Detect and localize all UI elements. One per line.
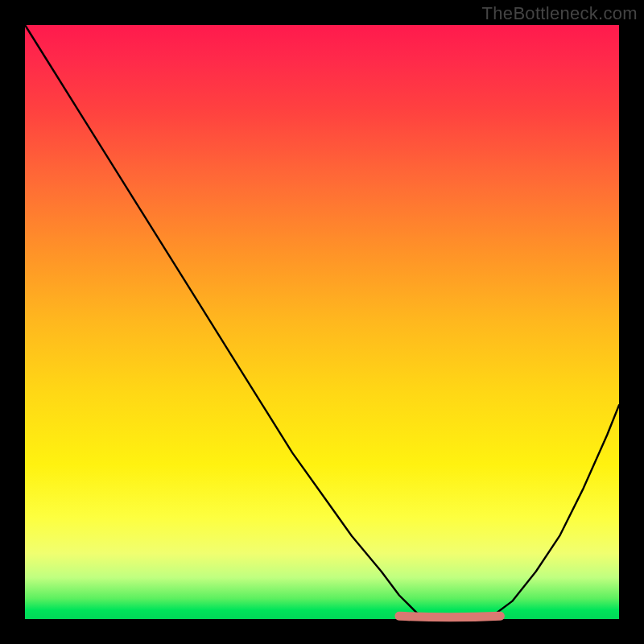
bottleneck-curve xyxy=(25,25,619,619)
watermark-text: TheBottleneck.com xyxy=(482,3,638,24)
curve-svg xyxy=(25,25,619,619)
trough-marker xyxy=(399,616,501,617)
chart-frame: TheBottleneck.com xyxy=(0,0,644,644)
plot-area xyxy=(25,25,619,619)
